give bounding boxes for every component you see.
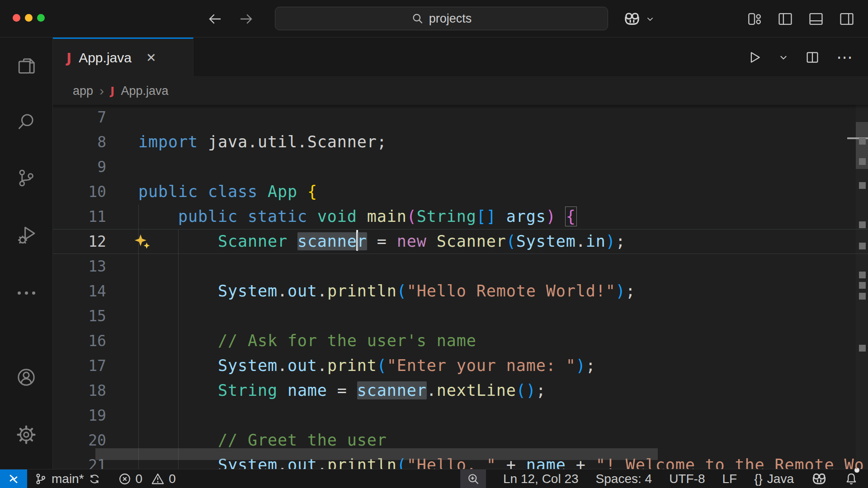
code-token[interactable] — [198, 183, 208, 201]
line-number[interactable]: 14 — [53, 279, 106, 304]
code-token[interactable]: public — [178, 207, 238, 225]
code-token[interactable]: = — [367, 232, 397, 250]
code-token[interactable]: ) — [616, 282, 626, 300]
code-token[interactable]: ) — [546, 207, 556, 225]
code-token[interactable]: { — [307, 183, 317, 201]
minimize-window-button[interactable] — [25, 14, 33, 22]
remote-indicator[interactable] — [0, 469, 27, 488]
code-token[interactable] — [556, 207, 566, 225]
code-token[interactable]: class — [208, 183, 258, 201]
branch-status-item[interactable]: main* — [34, 469, 100, 488]
more-views-ellipsis-icon[interactable] — [0, 280, 52, 305]
code-token[interactable]: out — [288, 282, 317, 300]
indentation-item[interactable]: Spaces: 4 — [596, 469, 652, 488]
code-token[interactable] — [427, 232, 437, 250]
account-icon[interactable] — [0, 365, 52, 390]
code-line-11[interactable]: 11 public static void main(String[] args… — [53, 204, 868, 229]
line-number[interactable]: 18 — [53, 378, 106, 403]
code-token[interactable]: System — [218, 357, 278, 375]
code-token[interactable]: static — [248, 207, 307, 225]
code-token[interactable] — [288, 232, 297, 250]
code-token[interactable]: ( — [397, 282, 407, 300]
tab-app-java[interactable]: J App.java ✕ — [53, 38, 193, 77]
code-token[interactable]: ; — [536, 381, 546, 399]
code-token[interactable]: // Ask for the user's name — [218, 332, 476, 350]
code-token[interactable]: = — [327, 381, 357, 399]
code-token[interactable]: ) — [576, 357, 586, 375]
editor-more-actions-icon[interactable]: ⋯ — [836, 48, 854, 67]
code-token[interactable]: App — [268, 183, 297, 201]
code-token[interactable]: // Greet the user — [218, 431, 387, 449]
code-token[interactable]: System — [218, 282, 278, 300]
code-token[interactable]: . — [278, 357, 288, 375]
code-line-14[interactable]: 14 System.out.println("Hello Remote Worl… — [53, 279, 868, 304]
code-token[interactable]: ; — [616, 232, 626, 250]
code-token[interactable]: nextLine — [437, 381, 516, 399]
split-editor-icon[interactable] — [805, 50, 820, 65]
code-token[interactable] — [278, 381, 288, 399]
code-token[interactable]: System — [516, 232, 576, 250]
code-token[interactable]: ; — [626, 282, 636, 300]
code-token[interactable]: () — [516, 381, 536, 399]
code-token[interactable] — [138, 232, 218, 250]
code-token[interactable] — [357, 207, 367, 225]
code-line-16[interactable]: 16 // Ask for the user's name — [53, 328, 868, 353]
explorer-icon[interactable] — [0, 53, 52, 79]
code-token[interactable]: main — [367, 207, 407, 225]
code-line-9[interactable]: 9 — [53, 155, 868, 179]
run-and-debug-icon[interactable] — [0, 222, 52, 248]
code-line-19[interactable]: 19 — [53, 403, 868, 428]
breadcrumb-folder[interactable]: app — [73, 84, 93, 98]
code-token[interactable] — [297, 183, 307, 201]
code-line-13[interactable]: 13 — [53, 254, 868, 279]
code-token[interactable]: name — [288, 381, 327, 399]
code-token[interactable] — [496, 207, 506, 225]
code-token[interactable]: { — [566, 207, 576, 225]
line-number[interactable]: 11 — [53, 204, 106, 229]
code-token[interactable]: println — [327, 282, 397, 300]
code-token[interactable]: [] — [476, 207, 496, 225]
customize-layout-icon[interactable] — [746, 10, 763, 28]
editor-zoom-indicator[interactable] — [460, 469, 486, 488]
code-line-15[interactable]: 15 — [53, 304, 868, 328]
code-token[interactable]: Scanner — [437, 232, 506, 250]
forward-icon[interactable] — [238, 11, 254, 27]
eol-item[interactable]: LF — [722, 469, 737, 488]
code-token[interactable]: ) — [606, 232, 616, 250]
cursor-position-item[interactable]: Ln 12, Col 23 — [503, 469, 579, 488]
code-token[interactable]: ; — [586, 357, 596, 375]
close-window-button[interactable] — [13, 14, 20, 22]
code-token[interactable]: scanne — [297, 232, 357, 250]
line-number[interactable]: 15 — [53, 304, 106, 328]
command-center-search[interactable]: projects — [275, 7, 608, 30]
line-number[interactable]: 9 — [53, 155, 106, 179]
toggle-secondary-sidebar-icon[interactable] — [838, 10, 855, 28]
settings-gear-icon[interactable] — [0, 422, 52, 447]
code-token[interactable]: . — [317, 357, 327, 375]
close-tab-icon[interactable]: ✕ — [146, 51, 156, 65]
line-number[interactable]: 10 — [53, 179, 106, 204]
code-line-12[interactable]: 12 Scanner scanner = new Scanner(System.… — [53, 229, 868, 254]
line-number[interactable]: 16 — [53, 328, 106, 353]
run-dropdown-chevron-icon[interactable] — [778, 52, 788, 62]
code-token[interactable]: ( — [377, 357, 387, 375]
code-token[interactable]: ( — [407, 207, 417, 225]
code-token[interactable]: "Enter your name: " — [387, 357, 576, 375]
horizontal-scrollbar[interactable] — [95, 448, 658, 460]
code-token[interactable]: import — [138, 133, 198, 151]
toggle-panel-icon[interactable] — [807, 10, 825, 28]
problems-status-item[interactable]: 0 0 — [118, 469, 176, 488]
code-token[interactable] — [138, 357, 218, 375]
code-token[interactable]: in — [586, 232, 606, 250]
line-number[interactable]: 13 — [53, 254, 106, 279]
source-control-icon[interactable] — [0, 165, 52, 191]
code-token[interactable]: new — [397, 232, 427, 250]
code-token[interactable] — [138, 207, 178, 225]
code-line-10[interactable]: 10public class App { — [53, 179, 868, 204]
code-token[interactable]: java.util.Scanner; — [198, 133, 387, 151]
encoding-item[interactable]: UTF-8 — [669, 469, 705, 488]
editor[interactable]: 78import java.util.Scanner;910public cla… — [53, 105, 868, 469]
notifications-bell-item[interactable] — [844, 469, 858, 488]
code-token[interactable]: ( — [506, 232, 516, 250]
language-mode-item[interactable]: {} Java — [754, 469, 794, 488]
